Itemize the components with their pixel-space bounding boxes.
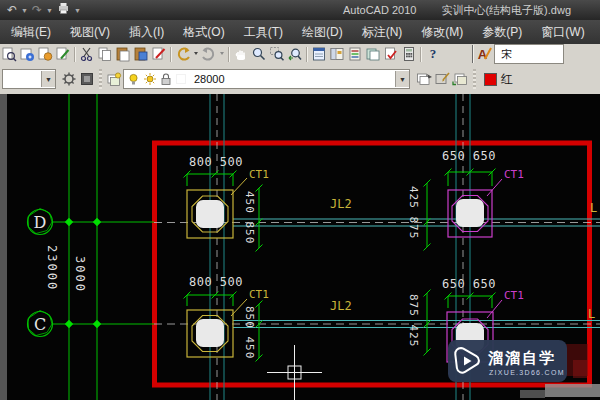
menu-parametric[interactable]: 参数(P) [477, 22, 527, 43]
paste-block-button[interactable] [132, 46, 150, 63]
help-button[interactable]: ? [424, 46, 442, 63]
markup-button[interactable] [382, 46, 400, 63]
menu-modify[interactable]: 修改(M) [416, 22, 468, 43]
menu-insert[interactable]: 插入(I) [124, 22, 169, 43]
combo-arrow-icon[interactable]: ▼ [41, 71, 55, 87]
undo-icon[interactable]: ↶ [5, 1, 19, 19]
workspace-combobox[interactable]: ▼ [2, 69, 56, 89]
sun-icon[interactable] [143, 72, 157, 86]
text-style-value: 宋 [501, 47, 512, 62]
zoom-previous-button[interactable] [286, 46, 304, 63]
menu-window[interactable]: 窗口(W) [536, 22, 589, 43]
menu-dimension[interactable]: 标注(N) [357, 22, 408, 43]
menu-tools[interactable]: 工具(T) [239, 22, 288, 43]
toolbar-separator [170, 47, 172, 62]
match-properties-button[interactable] [150, 46, 168, 63]
paste-button[interactable] [114, 46, 132, 63]
text-style-combobox[interactable]: 宋 ▼ [494, 44, 564, 64]
layer-combobox[interactable]: 28000 ▼ [123, 69, 410, 89]
print-dropdown-icon[interactable]: ▼ [74, 7, 81, 14]
grid-lines-vertical [69, 94, 97, 400]
edge-label-top: L [590, 201, 597, 215]
crosshair-cursor [267, 345, 322, 400]
dim-text-bl-vertical: 850 450 [243, 306, 256, 359]
undo-dropdown-icon[interactable]: ▼ [21, 7, 28, 14]
dim-text-tr-horizontal: 650 650 [442, 149, 496, 163]
axis-bubble-d: D [28, 209, 53, 235]
edge-label-bottom: L [588, 307, 595, 321]
title-bar: ↶ ▼ ↷ ▼ ▼ AutoCAD 2010 实训中心(结构电子版).dwg [0, 0, 600, 21]
copy-button[interactable] [96, 46, 114, 63]
dim-text-bl-horizontal: 800 500 [189, 275, 243, 289]
column-tag-tr: CT1 [504, 168, 524, 181]
design-center-button[interactable] [328, 46, 346, 63]
toolbar-separator [306, 47, 308, 62]
axis-bubble-c: C [28, 311, 53, 337]
quick-calc-button[interactable] [400, 46, 418, 63]
menu-draw[interactable]: 绘图(D) [297, 22, 348, 43]
window-title: AutoCAD 2010 实训中心(结构电子版).dwg [343, 3, 571, 18]
toolbar-separator [74, 47, 76, 62]
undo-button[interactable] [174, 46, 200, 63]
make-current-button[interactable] [434, 71, 452, 88]
dock-edge [0, 94, 7, 400]
beam-label-top: JL2 [330, 197, 352, 211]
layer-states-button[interactable] [416, 71, 434, 88]
standard-toolbar: ? A 宋 ▼ [0, 44, 600, 65]
watermark-title: 溜溜自学 [487, 349, 556, 366]
pan-button[interactable] [232, 46, 250, 63]
toolbar-separator [420, 47, 422, 62]
tool-palettes-button[interactable] [346, 46, 364, 63]
grid-dim-23000: 23000 [45, 245, 59, 291]
redo-button[interactable] [200, 46, 226, 63]
menu-edit[interactable]: 编辑(E) [6, 22, 56, 43]
text-style-button[interactable]: A [476, 46, 494, 63]
zoom-realtime-button[interactable] [250, 46, 268, 63]
column-tag-br: CT1 [504, 289, 524, 302]
edit-sheet-button[interactable] [54, 46, 72, 63]
cut-button[interactable] [78, 46, 96, 63]
print-icon[interactable] [55, 1, 72, 19]
menu-format[interactable]: 格式(O) [178, 22, 229, 43]
gear-icon[interactable] [60, 71, 78, 88]
preview-button[interactable] [0, 46, 18, 63]
grid-dim-3000: 3000 [73, 256, 87, 293]
dim-text-tl-vertical: 450 850 [243, 191, 256, 244]
layer-combo-arrow-icon[interactable]: ▼ [395, 71, 409, 87]
layer-properties-button[interactable] [105, 71, 123, 88]
redo-icon[interactable]: ↷ [30, 1, 44, 19]
layer-previous-button[interactable] [452, 71, 470, 88]
dim-text-br-vertical: 875 425 [407, 294, 420, 347]
leader-tr [487, 179, 502, 196]
color-swatch[interactable] [484, 73, 497, 86]
redo-dropdown-icon[interactable]: ▼ [46, 7, 53, 14]
menu-bar: 编辑(E) 视图(V) 插入(I) 格式(O) 工具(T) 绘图(D) 标注(N… [0, 20, 600, 45]
layer-color-square-icon[interactable] [175, 73, 187, 85]
bulb-icon[interactable] [127, 72, 140, 86]
watermark: 溜溜自学 ZIXUE.3D66.COM [448, 340, 567, 382]
lock-icon[interactable] [160, 72, 172, 86]
drawing-canvas[interactable]: 800 500 650 650 800 500 650 650 450 850 … [0, 94, 600, 400]
toolbar-grip[interactable] [473, 69, 476, 89]
watermark-subtitle: ZIXUE.3D66.COM [489, 369, 565, 376]
toolbar-grip[interactable] [99, 69, 102, 89]
axis-label-c: C [34, 315, 46, 334]
sheet-set-button[interactable] [364, 46, 382, 63]
axis-row-lines [53, 222, 600, 324]
beam-label-bottom: JL2 [330, 299, 352, 313]
app-name: AutoCAD 2010 [343, 4, 416, 16]
properties-palette-button[interactable] [310, 46, 328, 63]
render-box-icon[interactable] [78, 71, 96, 88]
menu-view[interactable]: 视图(V) [65, 22, 115, 43]
column-tag-bl: CT1 [249, 288, 269, 301]
zoom-window-button[interactable] [268, 46, 286, 63]
document-name: 实训中心(结构电子版).dwg [441, 4, 571, 16]
color-name-label: 红 [501, 71, 513, 88]
plot-button[interactable] [18, 46, 36, 63]
autocad-window: ↶ ▼ ↷ ▼ ▼ AutoCAD 2010 实训中心(结构电子版).dwg 编… [0, 0, 600, 400]
publish-button[interactable] [36, 46, 54, 63]
column-tag-tl: CT1 [249, 168, 269, 181]
dim-text-br-horizontal: 650 650 [442, 277, 496, 291]
layers-toolbar: ▼ 28000 ▼ 红 [0, 64, 600, 95]
toolbar-separator [472, 45, 474, 63]
